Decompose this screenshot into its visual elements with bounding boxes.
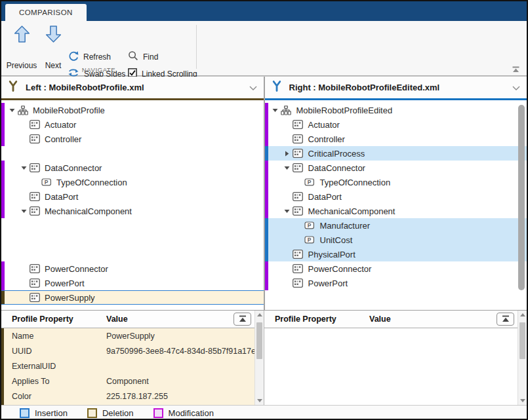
expander-icon[interactable] bbox=[270, 108, 281, 113]
right-table-header: Profile Property Value bbox=[264, 311, 518, 328]
right-table-body bbox=[264, 328, 518, 405]
modification-marker bbox=[1, 189, 5, 204]
navigate-group-label: NAVIGATE bbox=[1, 66, 196, 73]
modification-marker bbox=[1, 276, 5, 290]
property-icon: P bbox=[304, 236, 315, 244]
tree-row[interactable]: PowerConnector bbox=[1, 261, 264, 276]
left-table-header: Profile Property Value bbox=[1, 311, 254, 328]
tree-row[interactable]: PTypeOfConnection bbox=[1, 175, 264, 189]
tree-row[interactable]: PhysicalPort bbox=[265, 247, 527, 261]
tree-row[interactable]: Controller bbox=[265, 132, 527, 146]
property-icon: P bbox=[41, 178, 52, 186]
tree-row[interactable]: DataPort bbox=[265, 189, 527, 204]
toolbar: Previous Next Refresh bbox=[1, 21, 527, 76]
tree-row[interactable]: CriticalProcess bbox=[265, 146, 527, 161]
scroll-up-icon[interactable] bbox=[255, 313, 264, 316]
previous-button[interactable]: Previous bbox=[5, 26, 39, 71]
expander-icon[interactable] bbox=[18, 166, 29, 170]
column-header-value: Value bbox=[369, 315, 518, 324]
table-row[interactable]: ExternalUID bbox=[1, 358, 254, 373]
tree-row[interactable]: MobileRobotProfileEdited bbox=[265, 103, 527, 117]
node-label: PhysicalPort bbox=[308, 250, 355, 259]
tree-row-spacer bbox=[1, 146, 264, 161]
tree-row[interactable]: Actuator bbox=[1, 117, 264, 132]
stereotype-icon bbox=[293, 250, 304, 259]
up-arrow-icon bbox=[14, 26, 30, 45]
table-row[interactable]: NamePowerSupply bbox=[1, 328, 254, 343]
legend-modification: Modification bbox=[153, 408, 214, 418]
collapse-table-button[interactable] bbox=[234, 313, 251, 326]
chevron-down-icon[interactable] bbox=[512, 82, 520, 94]
left-file-selector[interactable]: Left : MobileRobotProfile.xml bbox=[1, 77, 265, 100]
table-row[interactable]: Color225.178.187.255 bbox=[1, 389, 254, 404]
expander-icon[interactable] bbox=[282, 151, 293, 157]
tree-row[interactable]: MechanicalComponent bbox=[265, 204, 527, 218]
node-label: DataPort bbox=[45, 192, 78, 202]
node-label: DataPort bbox=[308, 192, 342, 202]
collapse-ribbon-button[interactable] bbox=[510, 66, 521, 73]
tree-row-spacer bbox=[1, 233, 264, 247]
tree-row[interactable]: MechanicalComponent bbox=[1, 204, 264, 218]
tree-row[interactable]: PowerPort bbox=[1, 276, 264, 290]
modification-marker bbox=[1, 132, 5, 146]
tree-row[interactable]: PTypeOfConnection bbox=[265, 175, 527, 189]
tree-row[interactable]: PowerConnector bbox=[265, 261, 527, 276]
stereotype-icon bbox=[29, 278, 40, 288]
down-arrow-icon bbox=[45, 26, 62, 45]
node-label: PowerConnector bbox=[45, 264, 108, 274]
stereotype-icon bbox=[293, 264, 304, 273]
next-button[interactable]: Next bbox=[41, 26, 66, 71]
collapse-table-button[interactable] bbox=[497, 313, 514, 326]
expander-icon[interactable] bbox=[7, 108, 17, 113]
stereotype-icon bbox=[293, 134, 304, 143]
tree-row[interactable]: PUnitCost bbox=[265, 233, 527, 247]
scroll-down-icon[interactable] bbox=[255, 399, 264, 402]
tree-row[interactable]: DataConnector bbox=[265, 161, 527, 175]
property-icon: P bbox=[304, 221, 315, 229]
tree-row[interactable]: PowerPort bbox=[265, 276, 527, 290]
scrollbar-thumb[interactable] bbox=[519, 322, 525, 359]
find-button[interactable]: Find bbox=[128, 50, 158, 64]
tree-row[interactable]: DataConnector bbox=[1, 161, 264, 175]
tree-row[interactable]: Controller bbox=[1, 132, 264, 146]
expander-icon[interactable] bbox=[18, 209, 29, 214]
stereotype-icon bbox=[29, 192, 40, 201]
tree-row-spacer bbox=[265, 290, 527, 305]
insertion-swatch-icon bbox=[20, 408, 30, 418]
right-tree-scrollbar[interactable] bbox=[518, 105, 525, 290]
stereotype-icon bbox=[293, 278, 304, 288]
right-table-scrollbar[interactable] bbox=[518, 311, 527, 405]
modification-swatch-icon bbox=[153, 408, 163, 418]
tree-row[interactable]: PManufacturer bbox=[265, 218, 527, 233]
stereotype-icon bbox=[293, 149, 304, 158]
chevron-down-icon[interactable] bbox=[249, 82, 257, 94]
right-file-selector[interactable]: Right : MobileRobotProfileEdited.xml bbox=[265, 77, 527, 100]
tree-row[interactable]: DataPort bbox=[1, 189, 264, 204]
tab-comparison[interactable]: COMPARISON bbox=[5, 4, 87, 21]
stereotype-icon bbox=[29, 120, 40, 129]
node-label: PowerSupply bbox=[45, 293, 95, 303]
insertion-marker bbox=[265, 233, 268, 247]
right-pane-title: Right : MobileRobotProfileEdited.xml bbox=[289, 83, 506, 92]
stereotype-icon bbox=[293, 206, 304, 216]
tree-row[interactable]: MobileRobotProfile bbox=[1, 103, 264, 117]
expander-icon[interactable] bbox=[282, 166, 293, 170]
left-table-scrollbar[interactable] bbox=[254, 311, 264, 405]
table-row[interactable]: UUID9a750996-3ee8-47c4-834d-85b7f91a17e0 bbox=[1, 343, 254, 358]
expander-icon[interactable] bbox=[282, 209, 293, 214]
scroll-down-icon[interactable] bbox=[518, 399, 527, 402]
modification-marker bbox=[1, 261, 5, 276]
tree-row[interactable]: Actuator bbox=[265, 117, 527, 132]
profile-icon bbox=[281, 105, 292, 115]
modification-marker bbox=[265, 175, 268, 189]
table-row[interactable]: Applies ToComponent bbox=[1, 373, 254, 389]
scroll-up-icon[interactable] bbox=[518, 313, 527, 316]
tree-row[interactable]: PowerSupply bbox=[1, 290, 264, 305]
comparison-window: COMPARISON Previous Next Refresh bbox=[0, 0, 528, 420]
modification-marker bbox=[265, 204, 268, 218]
refresh-button[interactable]: Refresh bbox=[68, 50, 111, 64]
branch-icon-left bbox=[8, 80, 18, 95]
stereotype-icon bbox=[29, 163, 40, 172]
modification-marker bbox=[1, 175, 5, 189]
scrollbar-thumb[interactable] bbox=[256, 322, 262, 359]
